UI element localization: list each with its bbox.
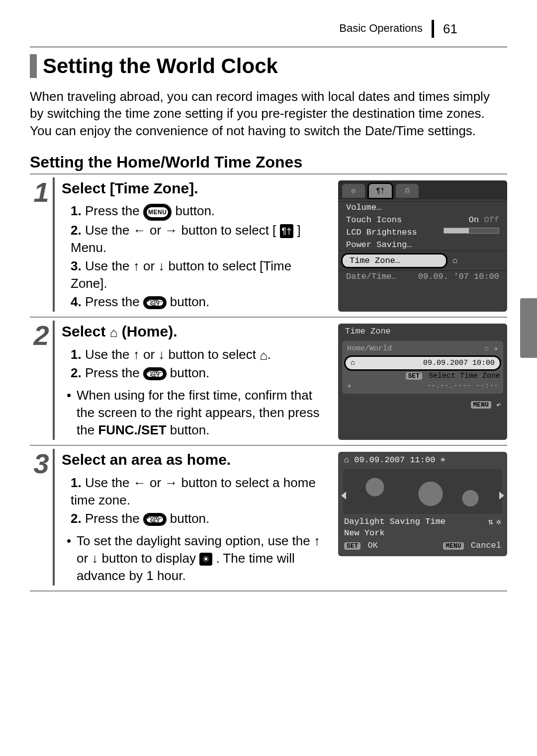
- time-zone-list: Home/World ⌂ ✈ ⌂ 09.09.2007 10:00 SET Se…: [342, 341, 503, 394]
- step-separator: [53, 449, 55, 586]
- func-set-button-icon: FUNC. SET: [143, 296, 167, 309]
- row-home-world: Home/World ⌂ ✈: [342, 343, 503, 354]
- home-icon: ⌂: [260, 349, 268, 362]
- updown-icon: ⇅: [488, 516, 493, 527]
- step-heading: Select ⌂ (Home).: [62, 322, 331, 342]
- menu-button-icon: MENU: [143, 204, 172, 221]
- left-arrow-icon: ←: [133, 475, 146, 490]
- intro-paragraph: When traveling abroad, you can record im…: [30, 88, 502, 139]
- header-separator: [432, 20, 434, 38]
- step-3: 3 Select an area as home. 1. Use the ← o…: [30, 446, 507, 591]
- func-set-button-icon: FUNC. SET: [143, 367, 167, 380]
- brightness-bar: [444, 228, 499, 234]
- menu-item-power-saving: Power Saving…: [338, 239, 507, 251]
- tab-camera-icon: ◎: [342, 184, 365, 198]
- home-icon: ⌂: [110, 326, 118, 339]
- screen-select-area: ⌂ 09.09.2007 11:00 ☀ Daylight Saving Tim…: [338, 452, 507, 556]
- tab-print-icon: ⎙: [396, 184, 419, 198]
- menu-tab-bar: ◎ ¶† ⎙: [338, 180, 507, 199]
- screen-title: Time Zone: [338, 324, 507, 339]
- up-arrow-icon: ↑: [133, 258, 140, 273]
- up-arrow-icon: ↑: [133, 347, 140, 362]
- down-arrow-icon: ↓: [91, 551, 98, 566]
- substep-1-4: 4. Press the FUNC. SET button.: [71, 293, 331, 311]
- home-icon: ⌂: [452, 256, 457, 265]
- left-arrow-icon: ←: [133, 223, 146, 238]
- substep-1-2: 2. Use the ← or → button to select [ ¶† …: [71, 222, 331, 256]
- select-time-zone-hint: SET Select Time Zone: [342, 372, 503, 380]
- home-icon: ⌂: [344, 455, 349, 465]
- substep-2-1: 1. Use the ↑ or ↓ button to select ⌂.: [71, 346, 331, 363]
- menu-item-date-time: Date/Time… 09.09. '07 10:00: [338, 270, 507, 283]
- header-rule: [30, 47, 507, 47]
- subsection-title: Setting the Home/World Time Zones: [30, 153, 507, 171]
- step-1: 1 Select [Time Zone]. 1. Press the MENU …: [30, 174, 507, 318]
- step-3-note: To set the daylight saving option, use t…: [67, 532, 331, 585]
- plane-mini-icon: ✈: [494, 344, 498, 353]
- sun-outline-icon: ✲: [496, 516, 501, 527]
- step-heading: Select [Time Zone].: [62, 178, 331, 199]
- screen-footer: SET OK MENU Cancel: [338, 539, 507, 554]
- down-arrow-icon: ↓: [158, 258, 165, 273]
- page-title: Setting the World Clock: [30, 54, 507, 78]
- section-tab: [520, 298, 537, 358]
- page-number: 61: [443, 21, 457, 36]
- right-arrow-icon: →: [165, 223, 178, 238]
- row-world: ✈ --.--.---- --:--: [342, 380, 503, 392]
- right-arrow-icon: →: [165, 475, 178, 490]
- step-separator: [53, 177, 55, 312]
- menu-item-lcd-brightness: LCD Brightness: [338, 226, 507, 239]
- plane-icon: ✈: [347, 381, 352, 391]
- dst-row: Daylight Saving Time ⇅ ✲: [338, 515, 507, 528]
- screen-footer: MENU ↶: [338, 396, 507, 415]
- dst-sun-icon: ☀: [199, 553, 212, 566]
- up-arrow-icon: ↑: [314, 533, 320, 548]
- step-2: 2 Select ⌂ (Home). 1. Use the ↑ or ↓: [30, 318, 507, 446]
- substep-2-2: 2. Press the FUNC. SET button.: [71, 364, 331, 382]
- screen-setup-menu: ◎ ¶† ⎙ Volume… Touch Icons On Off LCD Br…: [338, 180, 507, 312]
- substep-1-1: 1. Press the MENU button.: [71, 202, 331, 220]
- home-mini-icon: ⌂: [484, 344, 489, 353]
- down-arrow-icon: ↓: [158, 347, 165, 362]
- section-name: Basic Operations: [339, 22, 423, 34]
- step-number: 1: [33, 177, 49, 206]
- title-accent-bar: [30, 54, 37, 78]
- city-name: New York: [338, 528, 507, 539]
- step-number: 3: [33, 449, 49, 478]
- home-icon: ⌂: [351, 359, 355, 367]
- screen-time-zone: Time Zone Home/World ⌂ ✈ ⌂ 09.09.2007 10…: [338, 324, 507, 440]
- step-number: 2: [33, 321, 49, 349]
- back-arrow-icon: ↶: [496, 400, 501, 410]
- world-map: [343, 469, 502, 514]
- step-2-note: When using for the first time, confirm t…: [67, 387, 331, 439]
- step-heading: Select an area as home.: [62, 450, 331, 470]
- row-home-selected: ⌂ 09.09.2007 10:00: [344, 355, 501, 371]
- tab-tools-icon: ¶†: [369, 184, 392, 198]
- menu-item-time-zone-selected: Time Zone… ⌂: [341, 253, 504, 268]
- running-header: Basic Operations 61: [30, 20, 507, 38]
- menu-item-volume: Volume…: [338, 201, 507, 214]
- substep-3-1: 1. Use the ← or → button to select a hom…: [71, 474, 331, 509]
- sun-icon: ☀: [440, 455, 445, 465]
- screen-top-bar: ⌂ 09.09.2007 11:00 ☀: [338, 452, 507, 468]
- tools-menu-icon: ¶†: [280, 224, 294, 238]
- substep-1-3: 3. Use the ↑ or ↓ button to select [Time…: [71, 257, 331, 292]
- func-set-button-icon: FUNC. SET: [143, 513, 167, 526]
- step-separator: [53, 321, 55, 440]
- menu-item-touch-icons: Touch Icons On Off: [338, 214, 507, 226]
- substep-3-2: 2. Press the FUNC. SET button.: [71, 510, 331, 527]
